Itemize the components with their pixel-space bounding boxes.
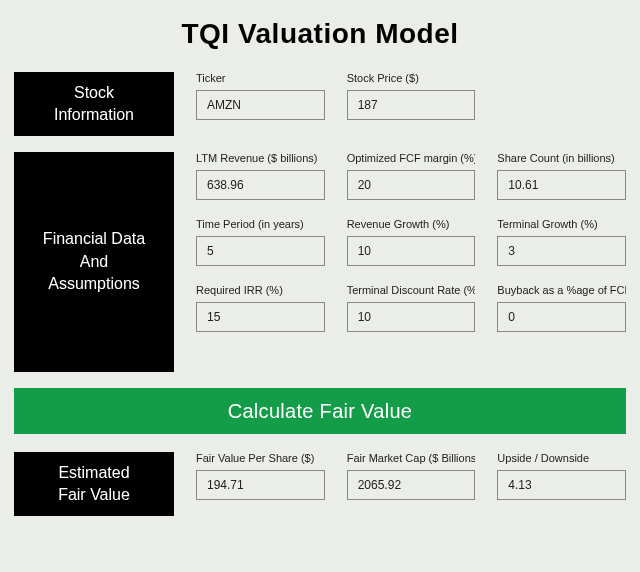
field-share-count: Share Count (in billions) 10.61 [497, 152, 626, 200]
label-required-irr: Required IRR (%) [196, 284, 325, 296]
label-time-period: Time Period (in years) [196, 218, 325, 230]
section-heading-stock: StockInformation [14, 72, 174, 136]
field-ltm-revenue: LTM Revenue ($ billions) 638.96 [196, 152, 325, 200]
field-time-period: Time Period (in years) 5 [196, 218, 325, 266]
label-fair-value-share: Fair Value Per Share ($) [196, 452, 325, 464]
section-stock-information: StockInformation Ticker AMZN Stock Price… [14, 72, 626, 136]
label-terminal-discount: Terminal Discount Rate (%) [347, 284, 476, 296]
output-fair-market-cap: 2065.92 [347, 470, 476, 500]
section-financial-data: Financial DataAndAssumptions LTM Revenue… [14, 152, 626, 372]
label-ticker: Ticker [196, 72, 325, 84]
input-ltm-revenue[interactable]: 638.96 [196, 170, 325, 200]
input-time-period[interactable]: 5 [196, 236, 325, 266]
input-stock-price[interactable]: 187 [347, 90, 476, 120]
section-estimated-fair-value: EstimatedFair Value Fair Value Per Share… [14, 452, 626, 516]
label-upside-downside: Upside / Downside [497, 452, 626, 464]
section-heading-estimated: EstimatedFair Value [14, 452, 174, 516]
input-ticker[interactable]: AMZN [196, 90, 325, 120]
field-fair-value-share: Fair Value Per Share ($) 194.71 [196, 452, 325, 500]
input-required-irr[interactable]: 15 [196, 302, 325, 332]
label-stock-price: Stock Price ($) [347, 72, 476, 84]
label-ltm-revenue: LTM Revenue ($ billions) [196, 152, 325, 164]
label-revenue-growth: Revenue Growth (%) [347, 218, 476, 230]
field-terminal-growth: Terminal Growth (%) 3 [497, 218, 626, 266]
input-revenue-growth[interactable]: 10 [347, 236, 476, 266]
spacer [497, 72, 626, 120]
field-terminal-discount: Terminal Discount Rate (%) 10 [347, 284, 476, 332]
label-opt-fcf-margin: Optimized FCF margin (%) [347, 152, 476, 164]
input-terminal-discount[interactable]: 10 [347, 302, 476, 332]
page-title: TQI Valuation Model [14, 0, 626, 72]
field-revenue-growth: Revenue Growth (%) 10 [347, 218, 476, 266]
label-terminal-growth: Terminal Growth (%) [497, 218, 626, 230]
output-upside-downside: 4.13 [497, 470, 626, 500]
field-opt-fcf-margin: Optimized FCF margin (%) 20 [347, 152, 476, 200]
field-upside-downside: Upside / Downside 4.13 [497, 452, 626, 500]
calculate-fair-value-button[interactable]: Calculate Fair Value [14, 388, 626, 434]
output-fair-value-share: 194.71 [196, 470, 325, 500]
field-buyback: Buyback as a %age of FCF 0 [497, 284, 626, 332]
label-buyback: Buyback as a %age of FCF [497, 284, 626, 296]
field-ticker: Ticker AMZN [196, 72, 325, 120]
input-terminal-growth[interactable]: 3 [497, 236, 626, 266]
section-heading-financial: Financial DataAndAssumptions [14, 152, 174, 372]
label-fair-market-cap: Fair Market Cap ($ Billions) [347, 452, 476, 464]
input-buyback[interactable]: 0 [497, 302, 626, 332]
field-required-irr: Required IRR (%) 15 [196, 284, 325, 332]
label-share-count: Share Count (in billions) [497, 152, 626, 164]
input-share-count[interactable]: 10.61 [497, 170, 626, 200]
field-fair-market-cap: Fair Market Cap ($ Billions) 2065.92 [347, 452, 476, 500]
input-opt-fcf-margin[interactable]: 20 [347, 170, 476, 200]
field-stock-price: Stock Price ($) 187 [347, 72, 476, 120]
